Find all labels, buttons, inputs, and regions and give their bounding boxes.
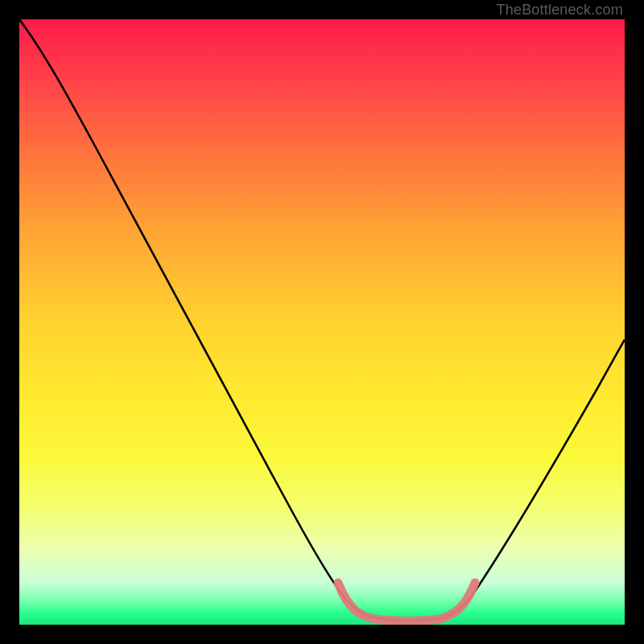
plot-area [19, 19, 625, 625]
watermark-text: TheBottleneck.com [497, 2, 623, 19]
bottleneck-curve-path [19, 19, 625, 621]
bottleneck-curve-svg [19, 19, 625, 625]
optimum-range-marker [338, 583, 475, 621]
chart-frame: TheBottleneck.com [0, 0, 644, 644]
